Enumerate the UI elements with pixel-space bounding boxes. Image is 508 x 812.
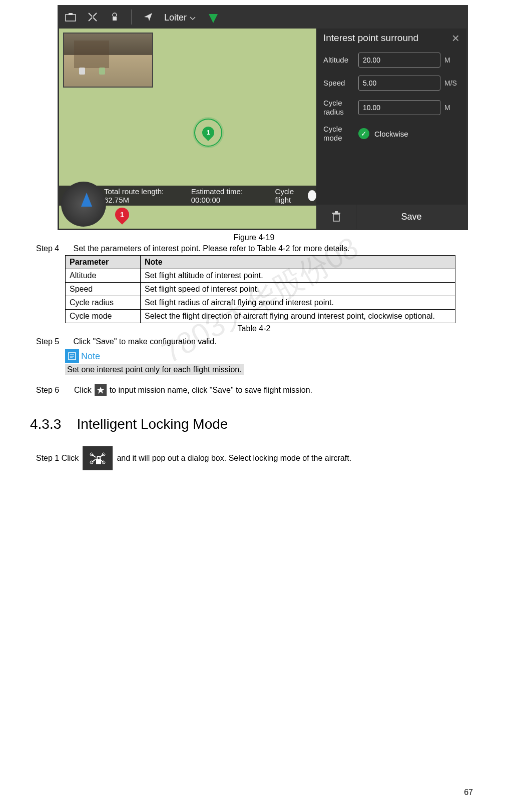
altitude-input[interactable] (358, 53, 440, 68)
cycle-radius-unit: M (440, 104, 459, 112)
td-param: Speed (66, 283, 141, 296)
step6-post: to input mission name, click "Save" to s… (110, 386, 312, 395)
note-label: Note (81, 351, 100, 362)
th-parameter: Parameter (66, 256, 141, 269)
svg-rect-4 (131, 10, 132, 25)
cycle-radius-input[interactable] (358, 100, 440, 115)
camera-preview[interactable] (63, 33, 153, 88)
svg-rect-5 (333, 214, 339, 221)
step1-post: and it will pop out a dialog box. Select… (117, 454, 351, 463)
route-length-label: Total route length: 62.75M (104, 187, 172, 204)
topbar: Loiter (59, 7, 466, 29)
svg-rect-7 (335, 211, 338, 213)
delete-button[interactable] (316, 205, 356, 229)
svg-point-2 (113, 13, 117, 17)
note-text: Set one interest point only for each fli… (65, 364, 244, 375)
camera-icon[interactable] (65, 13, 76, 23)
panel-title: Interest point surround (323, 33, 418, 44)
location-arrow-icon[interactable] (143, 12, 153, 24)
section-title: Intelligent Locking Mode (77, 416, 228, 432)
panel-footer: Save (316, 205, 466, 229)
step-5: Step 5 Click "Save" to make configuratio… (36, 337, 478, 346)
figure-caption: Figure 4-19 (30, 233, 478, 242)
app-screenshot: Loiter 1 Total route length: 62.75M Esti… (58, 5, 468, 230)
cycle-flight-label: Cycle flight (275, 187, 303, 204)
drone-lock-button-icon (83, 446, 113, 470)
waypoint-marker[interactable]: 1 (115, 208, 129, 226)
step5-label: Step 5 (36, 337, 71, 346)
parameter-table: Parameter Note Altitude Set flight altit… (65, 255, 455, 323)
td-param: Cycle mode (66, 310, 141, 323)
td-param: Altitude (66, 269, 141, 283)
chevron-down-icon (190, 13, 196, 23)
panel-form: Altitude M Speed M/S Cycle radius M Cycl… (316, 48, 466, 205)
cycle-radius-label: Cycle radius (323, 99, 358, 117)
panel-header: Interest point surround × (316, 29, 466, 48)
cycle-mode-row: Cycle mode ✓ Clockwise (323, 125, 459, 143)
settings-panel: Interest point surround × Altitude M Spe… (316, 29, 466, 229)
compass-widget[interactable] (61, 182, 106, 227)
star-icon (95, 384, 107, 396)
section-number: 4.3.3 (30, 416, 61, 432)
altitude-label: Altitude (323, 56, 358, 65)
step4-label: Step 4 (36, 244, 71, 253)
estimated-time-label: Estimated time: 00:00:00 (191, 187, 256, 204)
note-icon (65, 349, 79, 363)
page-number: 67 (464, 788, 473, 797)
svg-rect-3 (113, 17, 117, 21)
cycle-flight-toggle[interactable] (308, 190, 316, 201)
table-caption: Table 4-2 (30, 324, 478, 333)
altitude-unit: M (440, 56, 459, 64)
cycle-mode-value: Clockwise (374, 130, 408, 138)
divider-icon (131, 10, 132, 26)
step-4: Step 4 Set the parameters of interest po… (36, 244, 478, 253)
step6-pre: Click (74, 386, 92, 395)
speed-row: Speed M/S (323, 76, 459, 91)
flight-mode-dropdown[interactable]: Loiter (164, 13, 196, 23)
svg-rect-6 (332, 213, 340, 214)
td-note: Set flight altitude of interest point. (141, 269, 455, 283)
drone-lock-icon[interactable] (109, 12, 120, 24)
step-6: Step 6 Click to input mission name, clic… (36, 384, 478, 396)
save-button[interactable]: Save (356, 205, 466, 229)
flight-mode-label: Loiter (164, 13, 187, 23)
step5-text: Click "Save" to make configuration valid… (73, 337, 216, 346)
table-row: Altitude Set flight altitude of interest… (66, 269, 455, 283)
step1-label: Step 1 Click (36, 454, 79, 463)
svg-rect-0 (66, 15, 76, 21)
waypoint-number: 1 (120, 211, 124, 219)
signal-icon (207, 11, 220, 24)
marker-number: 1 (207, 129, 210, 136)
speed-label: Speed (323, 79, 358, 88)
cycle-mode-label: Cycle mode (323, 125, 358, 143)
svg-rect-13 (96, 459, 101, 464)
step4-text: Set the parameters of interest point. Pl… (73, 244, 349, 253)
speed-unit: M/S (440, 79, 459, 87)
td-note: Set flight speed of interest point. (141, 283, 455, 296)
table-row: Speed Set flight speed of interest point… (66, 283, 455, 296)
table-row: Cycle radius Set flight radius of aircra… (66, 296, 455, 310)
note-block: Note Set one interest point only for eac… (65, 349, 478, 375)
th-note: Note (141, 256, 455, 269)
table-row: Cycle mode Select the flight direction o… (66, 310, 455, 323)
clockwise-checkbox[interactable]: ✓ (358, 128, 369, 139)
td-note: Set flight radius of aircraft flying aro… (141, 296, 455, 310)
interest-point-marker[interactable]: 1 (194, 119, 222, 147)
close-icon[interactable]: × (452, 33, 459, 44)
app-body: 1 Total route length: 62.75M Estimated t… (59, 29, 466, 229)
td-param: Cycle radius (66, 296, 141, 310)
tools-icon[interactable] (87, 12, 98, 24)
td-note: Select the flight direction of aircraft … (141, 310, 455, 323)
altitude-row: Altitude M (323, 53, 459, 68)
map-area[interactable]: 1 Total route length: 62.75M Estimated t… (59, 29, 316, 229)
speed-input[interactable] (358, 76, 440, 91)
cycle-radius-row: Cycle radius M (323, 99, 459, 117)
svg-rect-1 (69, 13, 73, 15)
step6-label: Step 6 (36, 386, 71, 395)
step-1: Step 1 Click and it will pop out a dialo… (36, 446, 478, 470)
section-heading: 4.3.3 Intelligent Locking Mode (30, 416, 478, 432)
